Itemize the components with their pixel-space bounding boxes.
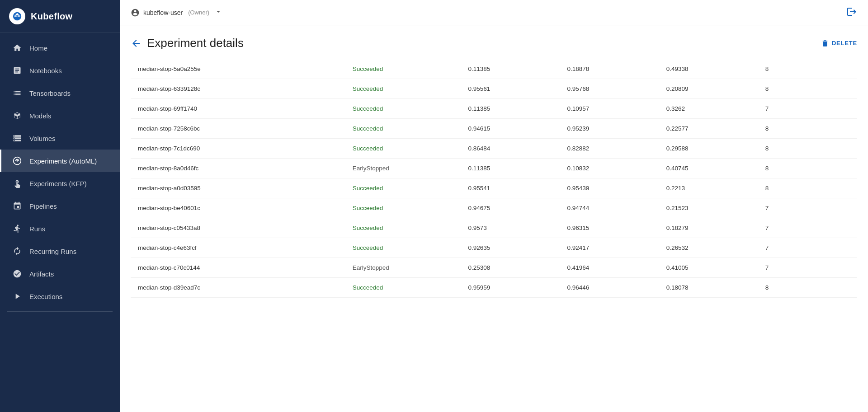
logout-icon[interactable] xyxy=(846,6,857,19)
cell-status: Succeeded xyxy=(345,218,461,238)
status-badge: Succeeded xyxy=(353,125,383,132)
runs-icon xyxy=(12,224,22,234)
delete-label: DELETE xyxy=(832,40,857,47)
delete-button[interactable]: DELETE xyxy=(821,39,857,47)
cell-status: Succeeded xyxy=(345,198,461,218)
table-row[interactable]: median-stop-a0d03595 Succeeded 0.95541 0… xyxy=(131,178,857,198)
cell-v3: 0.2213 xyxy=(659,178,758,198)
cell-v4: 7 xyxy=(758,198,857,218)
artifacts-icon xyxy=(12,269,22,279)
sidebar-item-artifacts[interactable]: Artifacts xyxy=(0,262,120,285)
cell-name: median-stop-7c1dc690 xyxy=(131,139,345,159)
back-button[interactable] xyxy=(131,38,142,49)
sidebar: Kubeflow Home Notebooks Tensorboards Mo xyxy=(0,0,120,412)
status-badge: EarlyStopped xyxy=(353,264,389,271)
svg-point-2 xyxy=(16,160,18,161)
sidebar-item-models[interactable]: Models xyxy=(0,104,120,127)
namespace-dropdown-icon[interactable] xyxy=(215,8,222,17)
cell-name: median-stop-a0d03595 xyxy=(131,178,345,198)
sidebar-label-home: Home xyxy=(29,44,47,52)
cell-status: Succeeded xyxy=(345,59,461,79)
cell-v1: 0.25308 xyxy=(461,258,560,278)
table-row[interactable]: median-stop-5a0a255e Succeeded 0.11385 0… xyxy=(131,59,857,79)
sidebar-label-models: Models xyxy=(29,112,51,120)
table-row[interactable]: median-stop-7c1dc690 Succeeded 0.86484 0… xyxy=(131,139,857,159)
cell-v1: 0.92635 xyxy=(461,238,560,258)
cell-v3: 0.20809 xyxy=(659,79,758,99)
cell-v2: 0.92417 xyxy=(560,238,659,258)
cell-v3: 0.26532 xyxy=(659,238,758,258)
cell-name: median-stop-c4e63fcf xyxy=(131,238,345,258)
home-icon xyxy=(12,43,22,53)
table-row[interactable]: median-stop-8a0d46fc EarlyStopped 0.1138… xyxy=(131,159,857,178)
cell-v4: 8 xyxy=(758,178,857,198)
cell-v2: 0.95239 xyxy=(560,119,659,139)
sidebar-label-pipelines: Pipelines xyxy=(29,202,57,210)
cell-v3: 0.29588 xyxy=(659,139,758,159)
cell-v3: 0.21523 xyxy=(659,198,758,218)
sidebar-item-volumes[interactable]: Volumes xyxy=(0,127,120,150)
nav-menu: Home Notebooks Tensorboards Models Volum xyxy=(0,33,120,412)
sidebar-label-experiments-kfp: Experiments (KFP) xyxy=(29,180,87,187)
sidebar-item-experiments-automl[interactable]: Experiments (AutoML) xyxy=(0,150,120,172)
status-badge: Succeeded xyxy=(353,205,383,211)
cell-v2: 0.10957 xyxy=(560,99,659,119)
app-name: Kubeflow xyxy=(31,11,72,22)
cell-name: median-stop-5a0a255e xyxy=(131,59,345,79)
tensorboards-icon xyxy=(12,88,22,98)
cell-status: EarlyStopped xyxy=(345,258,461,278)
cell-v4: 8 xyxy=(758,159,857,178)
content-area: Experiment details DELETE median-stop-5a… xyxy=(120,25,868,412)
sidebar-item-runs[interactable]: Runs xyxy=(0,217,120,240)
delete-icon xyxy=(821,39,829,47)
sidebar-label-notebooks: Notebooks xyxy=(29,67,62,75)
topbar-right xyxy=(846,6,857,19)
main-content: kubeflow-user (Owner) Experiment details… xyxy=(120,0,868,412)
sidebar-item-executions[interactable]: Executions xyxy=(0,285,120,308)
table-row[interactable]: median-stop-69ff1740 Succeeded 0.11385 0… xyxy=(131,99,857,119)
cell-v2: 0.95439 xyxy=(560,178,659,198)
sidebar-item-pipelines[interactable]: Pipelines xyxy=(0,195,120,217)
cell-v3: 0.3262 xyxy=(659,99,758,119)
cell-v4: 7 xyxy=(758,238,857,258)
page-title: Experiment details xyxy=(147,36,244,50)
sidebar-item-home[interactable]: Home xyxy=(0,37,120,59)
cell-status: Succeeded xyxy=(345,99,461,119)
sidebar-item-notebooks[interactable]: Notebooks xyxy=(0,59,120,82)
sidebar-item-tensorboards[interactable]: Tensorboards xyxy=(0,82,120,104)
models-icon xyxy=(12,111,22,121)
sidebar-label-tensorboards: Tensorboards xyxy=(29,89,71,97)
topbar: kubeflow-user (Owner) xyxy=(120,0,868,25)
cell-v3: 0.41005 xyxy=(659,258,758,278)
cell-v1: 0.9573 xyxy=(461,218,560,238)
sidebar-item-experiments-kfp[interactable]: Experiments (KFP) xyxy=(0,172,120,195)
cell-status: EarlyStopped xyxy=(345,159,461,178)
recurring-runs-icon xyxy=(12,246,22,256)
cell-status: Succeeded xyxy=(345,238,461,258)
cell-v1: 0.11385 xyxy=(461,99,560,119)
namespace-icon xyxy=(131,8,140,17)
cell-status: Succeeded xyxy=(345,139,461,159)
table-row[interactable]: median-stop-c70c0144 EarlyStopped 0.2530… xyxy=(131,258,857,278)
cell-v4: 8 xyxy=(758,278,857,298)
logo-icon xyxy=(9,8,25,24)
table-row[interactable]: median-stop-6339128c Succeeded 0.95561 0… xyxy=(131,79,857,99)
namespace-name: kubeflow-user xyxy=(143,9,183,16)
sidebar-label-executions: Executions xyxy=(29,293,62,300)
table-row[interactable]: median-stop-7258c6bc Succeeded 0.94615 0… xyxy=(131,119,857,139)
cell-v3: 0.49338 xyxy=(659,59,758,79)
status-badge: Succeeded xyxy=(353,85,383,92)
table-row[interactable]: median-stop-d39ead7c Succeeded 0.95959 0… xyxy=(131,278,857,298)
topbar-left: kubeflow-user (Owner) xyxy=(131,8,222,17)
sidebar-divider xyxy=(7,311,113,312)
cell-v4: 7 xyxy=(758,99,857,119)
cell-v3: 0.18078 xyxy=(659,278,758,298)
table-row[interactable]: median-stop-c4e63fcf Succeeded 0.92635 0… xyxy=(131,238,857,258)
table-row[interactable]: median-stop-be40601c Succeeded 0.94675 0… xyxy=(131,198,857,218)
sidebar-item-recurring-runs[interactable]: Recurring Runs xyxy=(0,240,120,262)
table-row[interactable]: median-stop-c05433a8 Succeeded 0.9573 0.… xyxy=(131,218,857,238)
cell-v3: 0.18279 xyxy=(659,218,758,238)
cell-name: median-stop-d39ead7c xyxy=(131,278,345,298)
cell-name: median-stop-69ff1740 xyxy=(131,99,345,119)
experiments-automl-icon xyxy=(12,156,22,166)
